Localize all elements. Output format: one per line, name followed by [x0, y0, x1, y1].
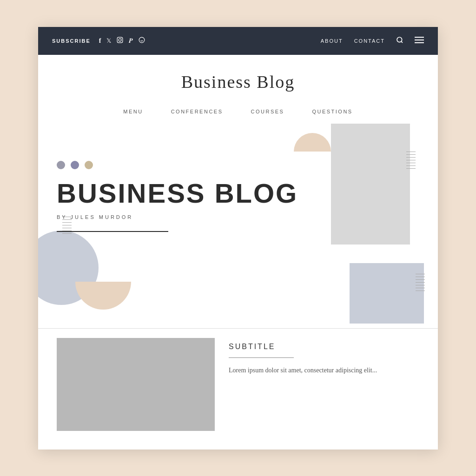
hero-byline: BY JULES MURDOR [57, 214, 419, 220]
nav-right-group: ABOUT CONTACT [321, 36, 424, 46]
facebook-icon[interactable]: f [99, 37, 101, 45]
browser-frame: SUBSCRIBE f 𝕏 𝑷 ABOUT CONTACT [38, 27, 438, 450]
article-body: Lorem ipsum dolor sit amet, consectetur … [229, 365, 419, 376]
svg-point-6 [397, 37, 402, 42]
deco-arc-bottom-left [75, 282, 131, 310]
site-title-section: Business Blog [38, 55, 438, 101]
svg-line-7 [401, 41, 403, 43]
hamburger-menu-icon[interactable] [415, 36, 424, 46]
article-section: SUBTITLE Lorem ipsum dolor sit amet, con… [38, 328, 438, 450]
dot-3 [85, 161, 93, 169]
deco-rect-bottom-right [350, 263, 424, 324]
dot-1 [57, 161, 65, 169]
article-row: SUBTITLE Lorem ipsum dolor sit amet, con… [57, 338, 419, 431]
svg-point-3 [139, 37, 145, 43]
article-text: SUBTITLE Lorem ipsum dolor sit amet, con… [229, 338, 419, 376]
pinterest-icon[interactable]: 𝑷 [129, 37, 133, 45]
svg-point-1 [119, 39, 122, 41]
nav-conferences[interactable]: CONFERENCES [171, 109, 223, 114]
subscribe-label[interactable]: SUBSCRIBE [52, 38, 91, 44]
deco-arc-top-right [294, 133, 331, 152]
main-content: Business Blog MENU CONFERENCES COURSES Q… [38, 55, 438, 450]
article-divider [229, 357, 294, 358]
svg-rect-0 [118, 37, 123, 43]
article-subtitle: SUBTITLE [229, 343, 419, 351]
search-icon[interactable] [396, 36, 403, 46]
hero-section: BUSINESS BLOG BY JULES MURDOR [38, 124, 438, 328]
social-icons-group: f 𝕏 𝑷 [99, 37, 321, 45]
contact-nav-link[interactable]: CONTACT [354, 38, 385, 44]
top-nav: SUBSCRIBE f 𝕏 𝑷 ABOUT CONTACT [38, 27, 438, 55]
instagram-icon[interactable] [117, 37, 123, 45]
nav-menu[interactable]: MENU [123, 109, 143, 114]
dot-2 [71, 161, 79, 169]
site-title: Business Blog [38, 72, 438, 92]
article-thumbnail [57, 338, 215, 431]
nav-courses[interactable]: COURSES [251, 109, 284, 114]
hero-dots [57, 161, 419, 169]
twitter-icon[interactable]: 𝕏 [106, 37, 111, 45]
nav-questions[interactable]: QUESTIONS [312, 109, 352, 114]
whatsapp-icon[interactable] [139, 37, 145, 45]
hero-title: BUSINESS BLOG [57, 178, 419, 208]
deco-ruler-right2 [416, 274, 425, 291]
hero-divider [57, 231, 168, 232]
sub-nav: MENU CONFERENCES COURSES QUESTIONS [38, 101, 438, 124]
svg-point-2 [121, 38, 122, 39]
about-nav-link[interactable]: ABOUT [321, 38, 343, 44]
